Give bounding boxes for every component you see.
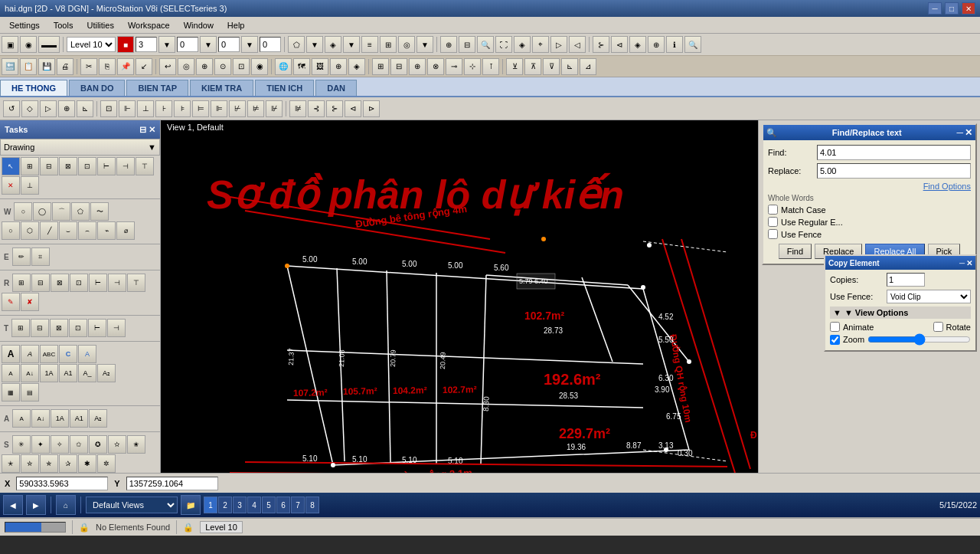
icon-tb-18[interactable]: ⊱	[326, 100, 343, 117]
tb-icon-layers[interactable]: ≡	[361, 36, 378, 53]
tb-icon-18[interactable]: ⊲	[611, 36, 628, 53]
tool-s10[interactable]: ✯	[40, 454, 58, 473]
view-num-3[interactable]: 3	[233, 497, 247, 513]
icon-tb-10[interactable]: ⊧	[174, 100, 191, 117]
icon-tb-17[interactable]: ⊰	[308, 100, 325, 117]
view-num-2[interactable]: 2	[218, 497, 232, 513]
tool-a1[interactable]: A	[12, 409, 31, 428]
tool-t4[interactable]: ⊡	[69, 319, 87, 337]
tb-icon-cursor[interactable]: ⊱	[593, 36, 609, 53]
tb-icon-16[interactable]: ◁	[569, 36, 586, 53]
tool-circle[interactable]: ○	[14, 202, 32, 221]
tool-curve[interactable]: 〜	[90, 202, 109, 221]
tool-text-a3[interactable]: A↓	[21, 364, 39, 382]
rotate-check-ce[interactable]	[933, 322, 943, 332]
tool-s11[interactable]: ✰	[59, 454, 77, 473]
tool-8[interactable]: ⊤	[136, 157, 154, 175]
tb-icon-7[interactable]: ◎	[398, 36, 415, 53]
find-replace-close[interactable]: ✕	[965, 127, 972, 138]
tool-s3[interactable]: ✧	[51, 435, 69, 454]
tool-2[interactable]: ⊞	[21, 157, 39, 175]
view-num-1[interactable]: 1	[204, 497, 217, 513]
menu-help[interactable]: Help	[221, 19, 251, 31]
tool-r2[interactable]: ⊟	[31, 274, 50, 292]
ribbon-tab-tienich[interactable]: TIEN ICH	[255, 80, 314, 96]
tb-icon-6[interactable]: ⊞	[380, 36, 397, 53]
tb-btn-2[interactable]: ◉	[20, 36, 37, 53]
tool-s4[interactable]: ✩	[70, 435, 88, 454]
tb-icon-10[interactable]: ⊟	[459, 36, 475, 53]
tool-select[interactable]: ↖	[2, 157, 20, 175]
tb2-btn-21[interactable]: ⊗	[427, 58, 444, 75]
tool-e2[interactable]: ⌗	[31, 247, 50, 266]
tb2-btn-13[interactable]: 🌐	[275, 58, 292, 75]
x-input[interactable]	[16, 477, 108, 490]
view-num-7[interactable]: 7	[291, 497, 305, 513]
zoom-slider[interactable]	[867, 334, 971, 345]
minimize-button[interactable]: ─	[928, 2, 942, 15]
tool-shape4[interactable]: ⌣	[59, 221, 77, 240]
views-select[interactable]: Default Views	[86, 497, 178, 513]
tool-t2[interactable]: ⊟	[31, 319, 49, 337]
tb2-btn-print[interactable]: 🖨	[57, 58, 74, 75]
find-button[interactable]: Find	[779, 244, 812, 259]
tool-shape7[interactable]: ⌀	[116, 221, 135, 240]
find-input[interactable]	[817, 145, 971, 160]
tool-t6[interactable]: ⊣	[107, 319, 126, 337]
tool-5[interactable]: ⊡	[78, 157, 96, 175]
tool-shape6[interactable]: ⌁	[97, 221, 116, 240]
icon-tb-16[interactable]: ⊯	[289, 100, 306, 117]
tb-btn-1[interactable]: ▣	[2, 36, 18, 53]
view-num-5[interactable]: 5	[262, 497, 276, 513]
tool-ellipse[interactable]: ◯	[33, 202, 51, 221]
tb2-btn-28[interactable]: ⊾	[561, 58, 578, 75]
tool-r4[interactable]: ⊡	[70, 274, 88, 292]
tb2-btn-3[interactable]: 💾	[38, 58, 55, 75]
tb2-btn-16[interactable]: ⊕	[330, 58, 347, 75]
tb-icon-13[interactable]: ◈	[514, 36, 531, 53]
tb2-btn-22[interactable]: ⊸	[446, 58, 462, 75]
tb2-btn-cut[interactable]: ✂	[80, 58, 97, 75]
tb-dropdown-1[interactable]: ▼	[158, 36, 175, 53]
tool-3[interactable]: ⊟	[40, 157, 58, 175]
icon-tb-20[interactable]: ⊳	[363, 100, 380, 117]
tool-s9[interactable]: ✮	[21, 454, 39, 473]
use-regular-check[interactable]	[768, 217, 778, 227]
tool-r9[interactable]: ✘	[21, 293, 39, 311]
tool-shape5[interactable]: ⌢	[78, 221, 96, 240]
tool-cross[interactable]: ✕	[2, 176, 20, 195]
tool-text-grid2[interactable]: ▤	[21, 383, 39, 402]
tb2-btn-7[interactable]: ↩	[159, 58, 176, 75]
tb2-btn-6[interactable]: ↙	[136, 58, 152, 75]
find-replace-minimize[interactable]: ─	[956, 127, 963, 138]
tool-text-a5[interactable]: A1	[59, 364, 77, 382]
tool-text-a2[interactable]: A	[2, 364, 20, 382]
tool-shape3[interactable]: ╱	[40, 221, 58, 240]
tool-text-Ac[interactable]: A	[78, 345, 96, 363]
tb2-btn-26[interactable]: ⊼	[524, 58, 541, 75]
tool-poly[interactable]: ⬠	[71, 202, 90, 221]
tool-a2[interactable]: A↓	[31, 409, 50, 428]
ribbon-tab-hethong[interactable]: HE THONG	[0, 80, 67, 96]
icon-tb-11[interactable]: ⊨	[192, 100, 209, 117]
ce-minimize[interactable]: ─	[959, 259, 965, 267]
menu-settings[interactable]: Settings	[3, 19, 46, 31]
drawing-select[interactable]: Drawing ▼	[0, 139, 160, 156]
tool-a4[interactable]: A1	[70, 409, 88, 428]
menu-window[interactable]: Window	[178, 19, 220, 31]
menu-tools[interactable]: Tools	[47, 19, 80, 31]
tb2-btn-14[interactable]: 🗺	[293, 58, 310, 75]
tb2-btn-23[interactable]: ⊹	[464, 58, 481, 75]
view-options-header[interactable]: ▼ ▼ View Options	[830, 307, 971, 319]
canvas-area[interactable]: View 1, Default Sơ đồ phân lô dự kiến Đư…	[161, 120, 758, 473]
tool-text-grid1[interactable]: ▦	[2, 383, 20, 402]
tb2-btn-20[interactable]: ⊕	[409, 58, 426, 75]
icon-tb-12[interactable]: ⊫	[211, 100, 227, 117]
tool-t1[interactable]: ⊞	[11, 319, 30, 337]
tb-dropdown-2[interactable]: ▼	[200, 36, 217, 53]
menu-workspace[interactable]: Workspace	[122, 19, 176, 31]
taskbar-back[interactable]: ◀	[3, 495, 23, 515]
tb-icon-11[interactable]: 🔍	[477, 36, 494, 53]
view-num-8[interactable]: 8	[305, 497, 319, 513]
icon-tb-15[interactable]: ⊮	[266, 100, 283, 117]
